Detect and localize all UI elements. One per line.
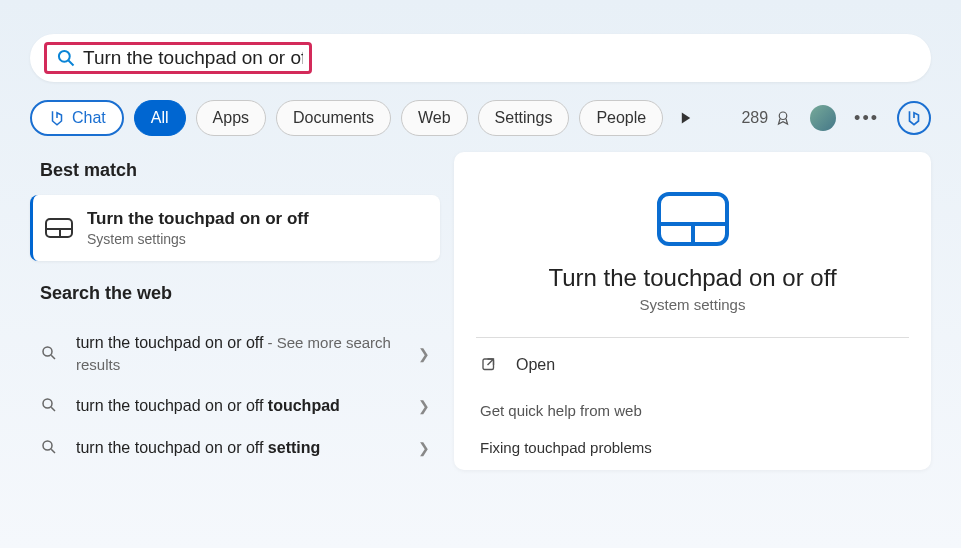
help-heading: Get quick help from web	[474, 392, 911, 439]
filter-web[interactable]: Web	[401, 100, 468, 136]
search-icon	[55, 47, 77, 69]
bing-chat-icon	[48, 109, 66, 127]
touchpad-icon	[657, 192, 729, 246]
best-match-subtitle: System settings	[87, 231, 309, 247]
content-area: Best match Turn the touchpad on or off S…	[0, 136, 961, 470]
web-result-text: turn the touchpad on or off setting	[76, 437, 418, 459]
filter-settings[interactable]: Settings	[478, 100, 570, 136]
rewards-points[interactable]: 289	[741, 109, 792, 127]
help-link[interactable]: Fixing touchpad problems	[474, 439, 911, 470]
svg-point-7	[43, 441, 52, 450]
user-avatar[interactable]	[810, 105, 836, 131]
best-match-text: Turn the touchpad on or off System setti…	[87, 209, 309, 247]
open-action[interactable]: Open	[474, 338, 911, 392]
web-result-item[interactable]: turn the touchpad on or off setting ❯	[30, 427, 440, 469]
header-right-group: 289 •••	[741, 101, 931, 135]
svg-point-0	[59, 51, 70, 62]
filter-people[interactable]: People	[579, 100, 663, 136]
details-hero: Turn the touchpad on or off System setti…	[474, 178, 911, 337]
more-options-icon[interactable]: •••	[854, 108, 879, 129]
rewards-medal-icon	[774, 109, 792, 127]
web-result-item[interactable]: turn the touchpad on or off touchpad ❯	[30, 385, 440, 427]
details-subtitle: System settings	[640, 296, 746, 313]
search-web-heading: Search the web	[30, 261, 440, 318]
filter-more-icon[interactable]	[679, 111, 693, 125]
open-external-icon	[480, 356, 498, 374]
chat-label: Chat	[72, 109, 106, 127]
search-icon	[40, 344, 60, 364]
best-match-heading: Best match	[30, 152, 440, 195]
chevron-right-icon: ❯	[418, 440, 430, 456]
svg-point-5	[43, 399, 52, 408]
web-result-text: turn the touchpad on or off - See more s…	[76, 332, 418, 375]
filter-row: Chat All Apps Documents Web Settings Peo…	[0, 82, 961, 136]
web-result-text: turn the touchpad on or off touchpad	[76, 395, 418, 417]
best-match-title: Turn the touchpad on or off	[87, 209, 309, 229]
bing-button[interactable]	[897, 101, 931, 135]
svg-line-6	[51, 407, 55, 411]
web-result-item[interactable]: turn the touchpad on or off - See more s…	[30, 322, 440, 385]
bing-icon	[905, 109, 923, 127]
best-match-result[interactable]: Turn the touchpad on or off System setti…	[30, 195, 440, 261]
web-results-list: turn the touchpad on or off - See more s…	[30, 318, 440, 468]
search-icon	[40, 396, 60, 416]
open-label: Open	[516, 356, 555, 374]
search-icon	[40, 438, 60, 458]
details-title: Turn the touchpad on or off	[548, 264, 836, 292]
search-bar[interactable]	[30, 34, 931, 82]
svg-line-4	[51, 355, 55, 359]
chat-button[interactable]: Chat	[30, 100, 124, 136]
filter-documents[interactable]: Documents	[276, 100, 391, 136]
search-highlight-box	[44, 42, 312, 74]
results-left-panel: Best match Turn the touchpad on or off S…	[30, 152, 440, 470]
search-input[interactable]	[83, 47, 303, 69]
filter-apps[interactable]: Apps	[196, 100, 266, 136]
touchpad-icon	[45, 218, 73, 238]
svg-line-1	[69, 61, 74, 66]
details-panel: Turn the touchpad on or off System setti…	[454, 152, 931, 470]
search-bar-row	[0, 0, 961, 82]
chevron-right-icon: ❯	[418, 346, 430, 362]
svg-line-8	[51, 449, 55, 453]
svg-point-2	[779, 112, 787, 120]
points-value: 289	[741, 109, 768, 127]
svg-point-3	[43, 347, 52, 356]
chevron-right-icon: ❯	[418, 398, 430, 414]
filter-all[interactable]: All	[134, 100, 186, 136]
